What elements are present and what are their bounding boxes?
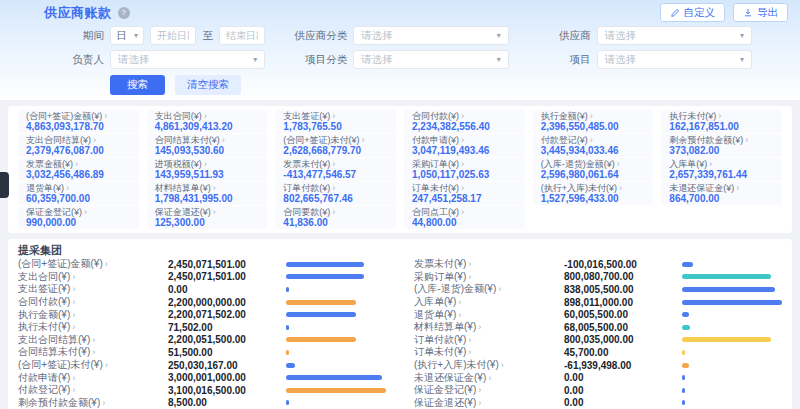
chevron-right-icon: › xyxy=(72,373,75,383)
summary-card[interactable]: 执行金额(¥)›2,396,550,485.00 xyxy=(533,110,654,133)
project-select[interactable]: 请选择 ▾ xyxy=(597,50,752,69)
detail-row: 保证金登记(¥)›0.00 xyxy=(414,384,782,397)
summary-card[interactable]: 采购订单(¥)›1,050,117,025.63 xyxy=(404,158,525,181)
supplier-category-placeholder: 请选择 xyxy=(361,29,393,43)
owner-placeholder: 请选择 xyxy=(118,53,150,67)
summary-card[interactable]: 合同点工(¥)›44,800.00 xyxy=(404,206,525,229)
chevron-right-icon: › xyxy=(461,207,464,217)
summary-card[interactable]: 保证金登记(¥)›990,000.00 xyxy=(18,206,139,229)
metric-bar xyxy=(682,300,782,305)
owner-select[interactable]: 请选择 ▾ xyxy=(110,50,265,69)
summary-card-label: 合同要款(¥)› xyxy=(283,207,388,217)
metric-label[interactable]: 保证金退还(¥)› xyxy=(414,396,564,409)
metric-value: 800,035,000.00 xyxy=(564,334,682,345)
metric-value: 0.00 xyxy=(168,284,286,295)
summary-card[interactable]: 支出合同结算(¥)›2,379,476,087.00 xyxy=(18,134,139,157)
metric-value: 71,502.00 xyxy=(168,322,286,333)
summary-card-value: 44,800.00 xyxy=(412,217,517,228)
summary-card[interactable]: (执行+入库)未付(¥)›1,527,596,433.00 xyxy=(533,182,654,205)
chevron-down-icon: ▾ xyxy=(497,31,501,40)
chevron-right-icon: › xyxy=(617,159,620,169)
supplier-category-label: 供应商分类 xyxy=(287,29,347,43)
chevron-right-icon: › xyxy=(461,183,464,193)
summary-card[interactable]: 合同要款(¥)›41,836.00 xyxy=(275,206,396,229)
customize-button[interactable]: 自定义 xyxy=(660,3,726,22)
detail-row: (合同+签证)未付(¥)›250,030,167.00 xyxy=(18,359,386,372)
chevron-right-icon: › xyxy=(332,159,335,169)
period-label: 期间 xyxy=(44,29,104,43)
help-icon[interactable]: ? xyxy=(118,7,130,19)
period-unit-select[interactable]: 日 ▾ xyxy=(110,26,144,45)
metric-bar-track xyxy=(286,337,386,342)
summary-card-value: 145,093,530.60 xyxy=(155,145,260,156)
clear-search-button[interactable]: 清空搜索 xyxy=(175,75,241,95)
detail-row: 订单付款(¥)›800,035,000.00 xyxy=(414,334,782,347)
chevron-right-icon: › xyxy=(72,385,75,395)
summary-card-label: 执行金额(¥)› xyxy=(541,111,646,121)
metric-value: 51,500.00 xyxy=(168,347,286,358)
chevron-down-icon: ▾ xyxy=(253,55,257,64)
metric-value: 68,005,500.00 xyxy=(564,322,682,333)
summary-card[interactable]: 保证金退还(¥)›125,300.00 xyxy=(147,206,268,229)
summary-card[interactable]: 发票未付(¥)›-413,477,546.57 xyxy=(275,158,396,181)
chevron-right-icon: › xyxy=(72,322,75,332)
project-label: 项目 xyxy=(531,53,591,67)
summary-card[interactable]: 执行未付(¥)›162,167,851.00 xyxy=(661,110,782,133)
summary-card[interactable]: 订单付款(¥)›802,665,767.46 xyxy=(275,182,396,205)
metric-bar-track xyxy=(286,262,386,267)
summary-card[interactable]: (入库-退货)金额(¥)›2,596,980,061.64 xyxy=(533,158,654,181)
supplier-label: 供应商 xyxy=(531,29,591,43)
summary-card[interactable]: 支出签证(¥)›1,783,765.50 xyxy=(275,110,396,133)
summary-card[interactable]: 进项税额(¥)›143,959,511.93 xyxy=(147,158,268,181)
summary-card[interactable]: 剩余预付款金额(¥)›373,082.00 xyxy=(661,134,782,157)
search-button[interactable]: 搜索 xyxy=(110,75,165,95)
summary-card[interactable]: 订单未付(¥)›247,451,258.17 xyxy=(404,182,525,205)
end-date-input[interactable] xyxy=(219,26,265,45)
metric-value: -61,939,498.00 xyxy=(564,360,682,371)
summary-card[interactable]: 支出合同(¥)›4,861,309,413.20 xyxy=(147,110,268,133)
summary-card-value: 1,798,431,995.00 xyxy=(155,193,260,204)
detail-row: 入库单(¥)›898,011,000.00 xyxy=(414,296,782,309)
summary-card[interactable]: (合同+签证)金额(¥)›4,863,093,178.70 xyxy=(18,110,139,133)
metric-bar-track xyxy=(682,337,782,342)
metric-bar xyxy=(682,388,685,393)
metric-label[interactable]: 剩余预付款金额(¥)› xyxy=(18,396,168,409)
chevron-right-icon: › xyxy=(104,111,107,121)
metric-value: 60,005,500.00 xyxy=(564,309,682,320)
metric-bar-track xyxy=(286,312,386,317)
detail-row: 采购订单(¥)›800,080,700.00 xyxy=(414,271,782,284)
metric-bar-track xyxy=(286,375,386,380)
summary-card[interactable]: 未退还保证金(¥)›864,700.00 xyxy=(661,182,782,205)
summary-card[interactable]: 发票金额(¥)›3,032,456,486.89 xyxy=(18,158,139,181)
summary-card-value: 162,167,851.00 xyxy=(669,121,774,132)
chevron-right-icon: › xyxy=(461,159,464,169)
detail-row: 合同结算未付(¥)›51,500.00 xyxy=(18,346,386,359)
summary-card-value: 990,000.00 xyxy=(26,217,131,228)
supplier-select[interactable]: 请选择 ▾ xyxy=(597,26,752,45)
metric-bar xyxy=(286,337,356,342)
project-category-select[interactable]: 请选择 ▾ xyxy=(353,50,508,69)
detail-row: 材料结算单(¥)›68,005,500.00 xyxy=(414,321,782,334)
summary-card[interactable]: (合同+签证)未付(¥)›2,628,668,779.70 xyxy=(275,134,396,157)
supplier-category-select[interactable]: 请选择 ▾ xyxy=(353,26,508,45)
summary-card-label: 支出签证(¥)› xyxy=(283,111,388,121)
metric-value: 0.00 xyxy=(564,372,682,383)
chevron-right-icon: › xyxy=(92,347,95,357)
summary-card[interactable]: 付款申请(¥)›3,047,119,493.46 xyxy=(404,134,525,157)
summary-card-label: (入库-退货)金额(¥)› xyxy=(541,159,646,169)
metric-bar-track xyxy=(682,375,782,380)
start-date-input[interactable] xyxy=(150,26,196,45)
metric-bar xyxy=(286,300,356,305)
detail-row: 订单未付(¥)›45,700.00 xyxy=(414,346,782,359)
summary-card[interactable]: 付款登记(¥)›3,445,934,033.46 xyxy=(533,134,654,157)
supplier-group-name[interactable]: 提采集团 xyxy=(18,243,782,258)
drawer-handle[interactable] xyxy=(0,172,9,198)
detail-row: (入库-退货)金额(¥)›838,005,500.00 xyxy=(414,283,782,296)
summary-card-label: 订单未付(¥)› xyxy=(412,183,517,193)
summary-card[interactable]: 合同结算未付(¥)›145,093,530.60 xyxy=(147,134,268,157)
summary-card[interactable]: 入库单(¥)›2,657,339,761.44 xyxy=(661,158,782,181)
export-button[interactable]: 导出 xyxy=(733,3,788,22)
summary-card[interactable]: 合同付款(¥)›2,234,382,556.40 xyxy=(404,110,525,133)
summary-card[interactable]: 材料结算单(¥)›1,798,431,995.00 xyxy=(147,182,268,205)
summary-card[interactable]: 退货单(¥)›60,359,700.00 xyxy=(18,182,139,205)
